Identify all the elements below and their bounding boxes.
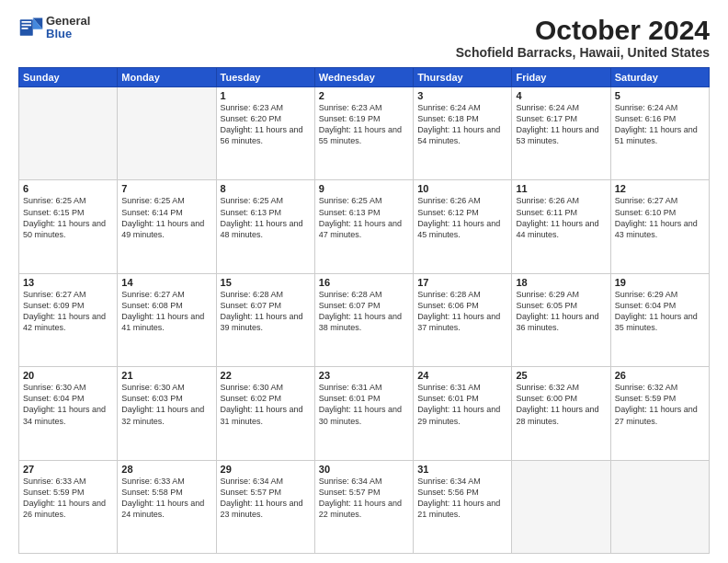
day-detail: Sunrise: 6:25 AM Sunset: 6:13 PM Dayligh… xyxy=(319,195,409,240)
day-detail: Sunrise: 6:27 AM Sunset: 6:09 PM Dayligh… xyxy=(23,289,113,334)
day-detail: Sunrise: 6:24 AM Sunset: 6:16 PM Dayligh… xyxy=(615,102,705,147)
logo-icon xyxy=(18,15,44,40)
day-number: 7 xyxy=(121,183,211,194)
calendar-cell: 23Sunrise: 6:31 AM Sunset: 6:01 PM Dayli… xyxy=(314,367,413,460)
day-detail: Sunrise: 6:31 AM Sunset: 6:01 PM Dayligh… xyxy=(319,382,409,427)
logo-text: General Blue xyxy=(46,15,90,41)
calendar-cell: 22Sunrise: 6:30 AM Sunset: 6:02 PM Dayli… xyxy=(216,367,314,460)
day-number: 22 xyxy=(221,370,311,381)
calendar-cell: 4Sunrise: 6:24 AM Sunset: 6:17 PM Daylig… xyxy=(512,87,610,180)
calendar-cell: 24Sunrise: 6:31 AM Sunset: 6:01 PM Dayli… xyxy=(414,367,512,460)
col-monday: Monday xyxy=(118,68,216,87)
day-number: 30 xyxy=(319,464,409,475)
header: General Blue October 2024 Schofield Barr… xyxy=(18,15,710,60)
calendar-cell: 13Sunrise: 6:27 AM Sunset: 6:09 PM Dayli… xyxy=(19,273,118,366)
page: General Blue October 2024 Schofield Barr… xyxy=(0,0,728,563)
day-number: 31 xyxy=(417,464,507,475)
day-number: 9 xyxy=(319,183,409,194)
calendar-cell: 21Sunrise: 6:30 AM Sunset: 6:03 PM Dayli… xyxy=(118,367,216,460)
calendar-table: Sunday Monday Tuesday Wednesday Thursday… xyxy=(18,67,710,554)
calendar-cell: 25Sunrise: 6:32 AM Sunset: 6:00 PM Dayli… xyxy=(512,367,610,460)
calendar-week-2: 13Sunrise: 6:27 AM Sunset: 6:09 PM Dayli… xyxy=(19,273,710,366)
calendar-cell: 11Sunrise: 6:26 AM Sunset: 6:11 PM Dayli… xyxy=(512,180,610,273)
day-detail: Sunrise: 6:25 AM Sunset: 6:13 PM Dayligh… xyxy=(221,195,311,240)
day-detail: Sunrise: 6:24 AM Sunset: 6:17 PM Dayligh… xyxy=(516,102,606,147)
day-number: 28 xyxy=(121,464,211,475)
day-detail: Sunrise: 6:33 AM Sunset: 5:58 PM Dayligh… xyxy=(121,476,211,521)
calendar-cell: 26Sunrise: 6:32 AM Sunset: 5:59 PM Dayli… xyxy=(610,367,709,460)
page-subtitle: Schofield Barracks, Hawaii, United State… xyxy=(456,45,710,60)
col-wednesday: Wednesday xyxy=(314,68,413,87)
day-detail: Sunrise: 6:30 AM Sunset: 6:02 PM Dayligh… xyxy=(221,382,311,427)
day-detail: Sunrise: 6:28 AM Sunset: 6:07 PM Dayligh… xyxy=(319,289,409,334)
calendar-cell: 18Sunrise: 6:29 AM Sunset: 6:05 PM Dayli… xyxy=(512,273,610,366)
col-sunday: Sunday xyxy=(19,68,118,87)
logo: General Blue xyxy=(18,15,90,41)
day-number: 14 xyxy=(121,277,211,288)
calendar-cell: 6Sunrise: 6:25 AM Sunset: 6:15 PM Daylig… xyxy=(19,180,118,273)
day-detail: Sunrise: 6:29 AM Sunset: 6:05 PM Dayligh… xyxy=(516,289,606,334)
day-detail: Sunrise: 6:34 AM Sunset: 5:57 PM Dayligh… xyxy=(221,476,311,521)
calendar-cell xyxy=(610,460,709,553)
day-detail: Sunrise: 6:29 AM Sunset: 6:04 PM Dayligh… xyxy=(615,289,705,334)
day-detail: Sunrise: 6:32 AM Sunset: 6:00 PM Dayligh… xyxy=(516,382,606,427)
day-detail: Sunrise: 6:23 AM Sunset: 6:20 PM Dayligh… xyxy=(221,102,311,147)
day-number: 11 xyxy=(516,183,606,194)
calendar-cell: 19Sunrise: 6:29 AM Sunset: 6:04 PM Dayli… xyxy=(610,273,709,366)
day-number: 25 xyxy=(516,370,606,381)
calendar-header-row: Sunday Monday Tuesday Wednesday Thursday… xyxy=(19,68,710,87)
calendar-cell: 16Sunrise: 6:28 AM Sunset: 6:07 PM Dayli… xyxy=(314,273,413,366)
day-detail: Sunrise: 6:33 AM Sunset: 5:59 PM Dayligh… xyxy=(23,476,113,521)
day-number: 6 xyxy=(23,183,113,194)
day-detail: Sunrise: 6:25 AM Sunset: 6:15 PM Dayligh… xyxy=(23,195,113,240)
day-detail: Sunrise: 6:23 AM Sunset: 6:19 PM Dayligh… xyxy=(319,102,409,147)
calendar-cell: 7Sunrise: 6:25 AM Sunset: 6:14 PM Daylig… xyxy=(118,180,216,273)
day-detail: Sunrise: 6:32 AM Sunset: 5:59 PM Dayligh… xyxy=(615,382,705,427)
calendar-cell: 20Sunrise: 6:30 AM Sunset: 6:04 PM Dayli… xyxy=(19,367,118,460)
calendar-cell: 10Sunrise: 6:26 AM Sunset: 6:12 PM Dayli… xyxy=(414,180,512,273)
day-detail: Sunrise: 6:27 AM Sunset: 6:08 PM Dayligh… xyxy=(121,289,211,334)
calendar-cell: 17Sunrise: 6:28 AM Sunset: 6:06 PM Dayli… xyxy=(414,273,512,366)
day-number: 26 xyxy=(615,370,705,381)
day-number: 15 xyxy=(221,277,311,288)
calendar-cell: 2Sunrise: 6:23 AM Sunset: 6:19 PM Daylig… xyxy=(314,87,413,180)
calendar-cell: 5Sunrise: 6:24 AM Sunset: 6:16 PM Daylig… xyxy=(610,87,709,180)
day-number: 5 xyxy=(615,90,705,101)
day-number: 27 xyxy=(23,464,113,475)
calendar-cell: 3Sunrise: 6:24 AM Sunset: 6:18 PM Daylig… xyxy=(414,87,512,180)
calendar-cell: 14Sunrise: 6:27 AM Sunset: 6:08 PM Dayli… xyxy=(118,273,216,366)
day-number: 13 xyxy=(23,277,113,288)
col-friday: Friday xyxy=(512,68,610,87)
day-detail: Sunrise: 6:25 AM Sunset: 6:14 PM Dayligh… xyxy=(121,195,211,240)
day-number: 29 xyxy=(221,464,311,475)
day-number: 18 xyxy=(516,277,606,288)
day-number: 3 xyxy=(417,90,507,101)
day-detail: Sunrise: 6:26 AM Sunset: 6:11 PM Dayligh… xyxy=(516,195,606,240)
day-number: 21 xyxy=(121,370,211,381)
day-number: 24 xyxy=(417,370,507,381)
day-number: 10 xyxy=(417,183,507,194)
calendar-cell xyxy=(19,87,118,180)
day-number: 17 xyxy=(417,277,507,288)
svg-rect-6 xyxy=(22,28,28,29)
day-number: 1 xyxy=(221,90,311,101)
day-detail: Sunrise: 6:31 AM Sunset: 6:01 PM Dayligh… xyxy=(417,382,507,427)
calendar-cell: 15Sunrise: 6:28 AM Sunset: 6:07 PM Dayli… xyxy=(216,273,314,366)
calendar-cell: 9Sunrise: 6:25 AM Sunset: 6:13 PM Daylig… xyxy=(314,180,413,273)
calendar-week-3: 20Sunrise: 6:30 AM Sunset: 6:04 PM Dayli… xyxy=(19,367,710,460)
calendar-cell: 29Sunrise: 6:34 AM Sunset: 5:57 PM Dayli… xyxy=(216,460,314,553)
day-number: 16 xyxy=(319,277,409,288)
day-detail: Sunrise: 6:24 AM Sunset: 6:18 PM Dayligh… xyxy=(417,102,507,147)
day-number: 2 xyxy=(319,90,409,101)
day-number: 20 xyxy=(23,370,113,381)
day-detail: Sunrise: 6:28 AM Sunset: 6:07 PM Dayligh… xyxy=(221,289,311,334)
col-saturday: Saturday xyxy=(610,68,709,87)
day-number: 4 xyxy=(516,90,606,101)
calendar-cell: 8Sunrise: 6:25 AM Sunset: 6:13 PM Daylig… xyxy=(216,180,314,273)
calendar-cell: 27Sunrise: 6:33 AM Sunset: 5:59 PM Dayli… xyxy=(19,460,118,553)
logo-blue: Blue xyxy=(46,28,90,40)
day-number: 23 xyxy=(319,370,409,381)
svg-rect-4 xyxy=(22,21,32,23)
calendar-cell: 28Sunrise: 6:33 AM Sunset: 5:58 PM Dayli… xyxy=(118,460,216,553)
col-tuesday: Tuesday xyxy=(216,68,314,87)
